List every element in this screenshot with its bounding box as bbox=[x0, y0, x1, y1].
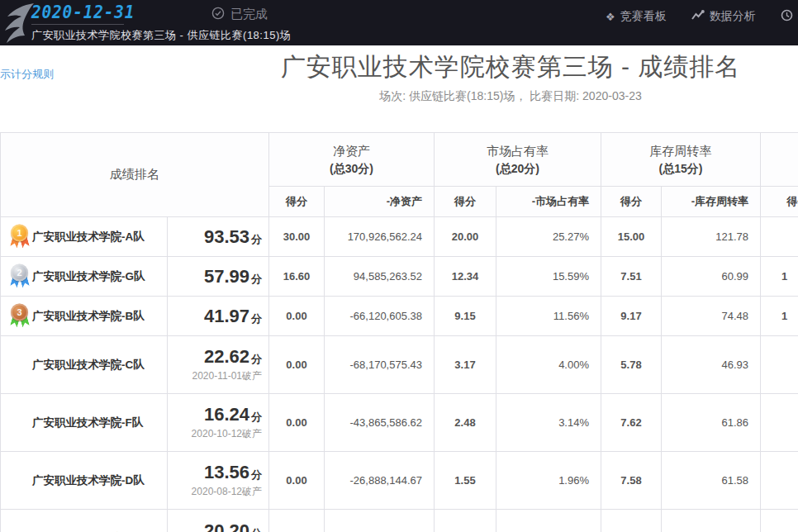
turnover-value: 46.93 bbox=[662, 336, 761, 394]
medal-rank-number: 1 bbox=[11, 224, 28, 241]
marketshare-value: 3.14% bbox=[496, 394, 601, 452]
turnover-score: 7.58 bbox=[601, 452, 662, 510]
page-header: 广安职业技术学院校赛第三场 - 成绩排名 场次: 供应链比赛(18:15)场， … bbox=[0, 45, 798, 94]
date-underline bbox=[31, 24, 124, 25]
turnover-score: 7.51 bbox=[601, 257, 662, 297]
score-unit: 分 bbox=[251, 527, 262, 532]
netasset-score: 0.00 bbox=[269, 394, 325, 452]
marketshare-value: 11.56% bbox=[496, 297, 601, 336]
netasset-score: 16.60 bbox=[269, 257, 325, 297]
team-name: 广安职业技术学院-B队 bbox=[32, 310, 145, 322]
diamond-icon: ❖ bbox=[606, 12, 615, 22]
bankrupt-date: 2020-08-12破产 bbox=[169, 485, 262, 499]
medal-icon: 3 bbox=[9, 303, 31, 329]
marketshare-score: 9.15 bbox=[435, 297, 496, 336]
subheader-turnover-value: -库存周转率 bbox=[662, 187, 761, 217]
medal-rank-number: 3 bbox=[11, 303, 28, 321]
total-score: 13.56 bbox=[204, 462, 249, 482]
next-column-partial bbox=[761, 217, 798, 257]
turnover-value: 121.78 bbox=[662, 217, 761, 257]
turnover-score: 9.17 bbox=[601, 297, 662, 336]
marketshare-score: 20.00 bbox=[435, 217, 496, 257]
netasset-value: -66,120,605.38 bbox=[325, 297, 435, 336]
marketshare-value: 15.59% bbox=[496, 257, 601, 297]
team-name: 广安职业技术学院-G队 bbox=[32, 270, 145, 283]
netasset-value: -26,888,144.67 bbox=[325, 452, 435, 510]
team-name: 广安职业技术学院-D队 bbox=[32, 474, 145, 487]
marketshare-score: 3.17 bbox=[435, 336, 496, 394]
table-row: 广安职业技术学院-E队 20.20分 0.00 -45,550,347.71 0… bbox=[1, 510, 798, 532]
nav-item-data-analysis[interactable]: 数据分析 bbox=[691, 9, 756, 24]
table-row: 1 广安职业技术学院-A队 93.53分 30.00 170,926,562.2… bbox=[1, 217, 798, 257]
marketshare-value: 25.27% bbox=[496, 217, 601, 257]
total-score: 57.99 bbox=[204, 266, 249, 287]
team-name: 广安职业技术学院-F队 bbox=[32, 416, 143, 429]
table-row: 3 广安职业技术学院-B队 41.97分 0.00 -66,120,605.38… bbox=[1, 297, 798, 336]
netasset-score: 30.00 bbox=[269, 217, 325, 257]
score-unit: 分 bbox=[251, 353, 262, 365]
turnover-value: 61.58 bbox=[662, 452, 761, 510]
score-unit: 分 bbox=[251, 312, 262, 325]
netasset-value: -68,170,575.43 bbox=[325, 336, 435, 394]
marketshare-value: 1.23% bbox=[496, 510, 601, 532]
group-header-partial bbox=[761, 133, 798, 187]
nav-item-dashboard[interactable]: ❖ 竞赛看板 bbox=[606, 9, 667, 24]
ranking-table: 成绩排名 净资产 (总30分) 市场占有率 (总20分) 库存周转率 (总15分… bbox=[0, 132, 798, 532]
header-group-row: 成绩排名 净资产 (总30分) 市场占有率 (总20分) 库存周转率 (总15分… bbox=[1, 133, 798, 187]
netasset-value: -43,865,586.62 bbox=[325, 394, 435, 452]
topbar: 2020-12-31 广安职业技术学院校赛第三场 - 供应链比赛(18:15)场… bbox=[0, 0, 798, 45]
marketshare-score: 2.48 bbox=[435, 394, 496, 452]
group-header-netasset: 净资产 (总30分) bbox=[269, 133, 435, 187]
next-column-partial: 1 bbox=[761, 257, 798, 297]
turnover-value: 50.92 bbox=[662, 510, 761, 532]
medal-icon: 1 bbox=[9, 224, 31, 249]
total-score: 93.53 bbox=[204, 226, 249, 247]
turnover-score: 6.16 bbox=[601, 510, 662, 532]
page-subtitle: 场次: 供应链比赛(18:15)场， 比赛日期: 2020-03-23 bbox=[0, 89, 798, 104]
team-name: 广安职业技术学院-A队 bbox=[32, 230, 145, 243]
marketshare-score: 1.55 bbox=[435, 452, 496, 510]
score-unit: 分 bbox=[251, 273, 262, 285]
subheader-marketshare-value: -市场占有率 bbox=[496, 187, 601, 217]
turnover-value: 74.48 bbox=[662, 297, 761, 336]
game-date-display: 2020-12-31 bbox=[31, 2, 135, 22]
subheader-turnover-score: 得分 bbox=[601, 187, 662, 217]
score-unit: 分 bbox=[251, 468, 262, 481]
netasset-score: 0.00 bbox=[269, 297, 325, 336]
netasset-value: -45,550,347.71 bbox=[325, 510, 435, 532]
subheader-marketshare-score: 得分 bbox=[435, 187, 496, 217]
marketshare-value: 4.00% bbox=[496, 336, 601, 394]
marketshare-score: 0.97 bbox=[435, 510, 496, 532]
match-title: 广安职业技术学院校赛第三场 - 供应链比赛(18:15)场 bbox=[31, 28, 291, 43]
next-column-partial: 1 bbox=[761, 297, 798, 336]
table-row: 广安职业技术学院-F队 16.24分 2020-10-12破产 0.00 -43… bbox=[1, 394, 798, 452]
score-unit: 分 bbox=[251, 411, 262, 423]
subheader-partial: 得分 bbox=[761, 187, 798, 217]
team-name: 广安职业技术学院-C队 bbox=[32, 359, 145, 371]
nav-item-mine[interactable]: 我的 bbox=[781, 9, 798, 24]
check-circle-icon bbox=[211, 7, 225, 22]
turnover-value: 60.99 bbox=[662, 257, 761, 297]
bankrupt-date: 2020-10-12破产 bbox=[169, 427, 262, 441]
table-row: 2 广安职业技术学院-G队 57.99分 16.60 94,585,263.52… bbox=[1, 257, 798, 297]
page-title: 广安职业技术学院校赛第三场 - 成绩排名 bbox=[0, 50, 798, 84]
clock-icon bbox=[781, 9, 793, 24]
corner-header: 成绩排名 bbox=[1, 133, 269, 217]
turnover-score: 15.00 bbox=[601, 217, 662, 257]
marketshare-score: 12.34 bbox=[435, 257, 496, 297]
screen: 2020-12-31 广安职业技术学院校赛第三场 - 供应链比赛(18:15)场… bbox=[0, 0, 798, 532]
total-score: 41.97 bbox=[204, 306, 249, 326]
netasset-score: 0.00 bbox=[269, 510, 325, 532]
line-chart-icon bbox=[691, 10, 705, 23]
next-column-partial: 1 bbox=[761, 510, 798, 532]
main-content: 提示计分规则 广安职业技术学院校赛第三场 - 成绩排名 场次: 供应链比赛(18… bbox=[0, 45, 798, 532]
next-column-partial bbox=[761, 394, 798, 452]
subheader-netasset-value: -净资产 bbox=[325, 187, 435, 217]
total-score: 20.20 bbox=[204, 520, 249, 532]
table-row: 广安职业技术学院-C队 22.62分 2020-11-01破产 0.00 -68… bbox=[1, 336, 798, 394]
top-navigation: ❖ 竞赛看板 数据分析 我的 bbox=[606, 9, 798, 24]
turnover-score: 7.62 bbox=[601, 394, 662, 452]
turnover-value: 61.86 bbox=[662, 394, 761, 452]
marketshare-value: 1.96% bbox=[496, 452, 601, 510]
status-badge: 已完成 bbox=[211, 7, 268, 22]
